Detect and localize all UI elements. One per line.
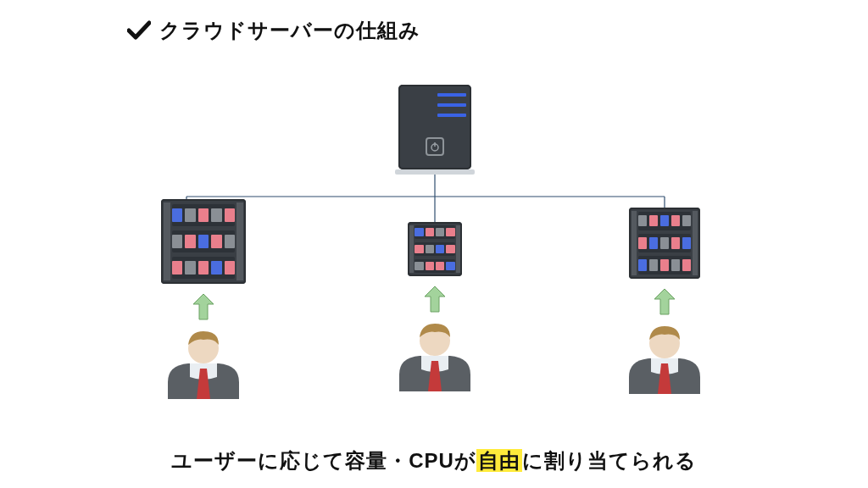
up-arrow-icon	[422, 285, 448, 313]
page-title-text: クラウドサーバーの仕組み	[159, 17, 420, 44]
caption-highlight: 自由	[476, 449, 522, 472]
rack-unit	[415, 242, 454, 257]
cloud-server	[398, 85, 471, 169]
server-indicator	[437, 103, 466, 107]
up-arrow-icon	[191, 292, 216, 321]
rack-unit	[638, 234, 691, 252]
caption-pre: ユーザーに応じて容量・CPUが	[171, 449, 476, 472]
server-indicator	[437, 93, 466, 97]
page-title: クラウドサーバーの仕組み	[127, 17, 420, 44]
check-icon	[127, 20, 151, 41]
cloud-server-body	[398, 85, 471, 169]
server-rack-small	[408, 222, 462, 276]
server-rack-large	[161, 199, 246, 284]
rack-unit	[172, 257, 235, 279]
server-indicator	[437, 114, 466, 117]
power-icon	[426, 137, 444, 156]
rack-unit	[172, 230, 235, 252]
up-arrow-icon	[652, 287, 677, 316]
rack-unit	[172, 204, 235, 226]
caption: ユーザーに応じて容量・CPUが自由に割り当てられる	[0, 447, 868, 474]
caption-post: に割り当てられる	[522, 449, 697, 472]
rack-unit	[415, 225, 454, 240]
user-column-left	[144, 199, 263, 399]
rack-unit	[638, 212, 691, 230]
user-avatar	[624, 321, 705, 394]
rack-unit	[415, 259, 454, 274]
server-rack-medium	[629, 208, 700, 279]
user-avatar	[163, 326, 244, 399]
user-avatar	[394, 319, 476, 391]
cloud-server-base	[395, 169, 475, 175]
rack-unit	[638, 256, 691, 274]
user-column-center	[376, 222, 494, 391]
user-column-right	[605, 208, 724, 394]
